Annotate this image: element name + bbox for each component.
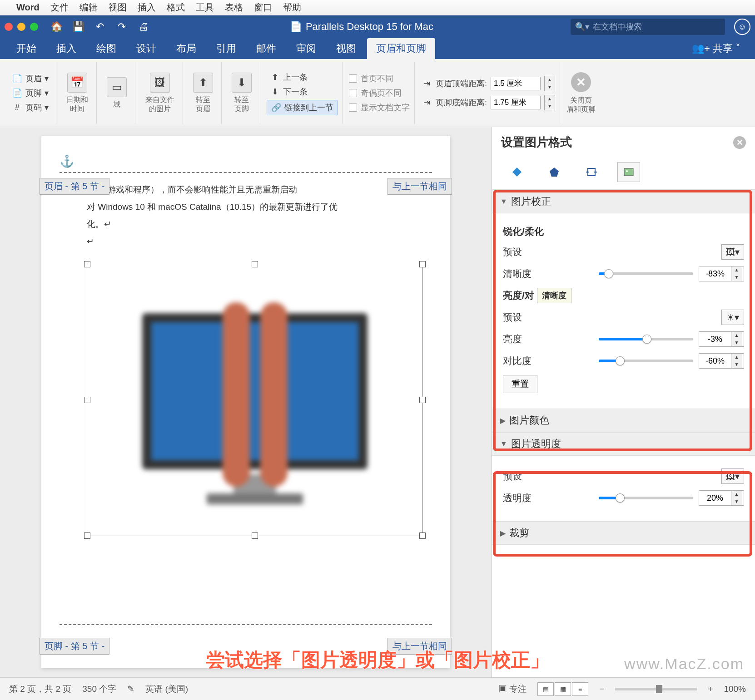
zoom-in[interactable]: +: [708, 684, 713, 694]
section-picture-transparency[interactable]: ▼ 图片透明度: [492, 432, 755, 456]
focus-mode[interactable]: ▣ 专注: [498, 683, 527, 695]
chevron-down-icon: ▼: [500, 197, 507, 206]
view-print-layout[interactable]: ▤: [537, 682, 554, 696]
next-button[interactable]: ⬇下一条: [267, 85, 310, 98]
tab-review[interactable]: 审阅: [287, 38, 325, 59]
document-search[interactable]: 🔍▾ 在文档中搜索: [571, 19, 725, 35]
window-minimize-button[interactable]: [17, 23, 25, 31]
menu-format[interactable]: 格式: [167, 1, 185, 14]
link-to-previous-button[interactable]: 🔗链接到上一节: [267, 100, 338, 115]
tab-header-footer[interactable]: 页眉和页脚: [367, 38, 435, 59]
section-crop[interactable]: ▶ 裁剪: [492, 521, 755, 545]
user-avatar[interactable]: ☺: [734, 19, 750, 35]
format-picture-panel: 设置图片格式 ✕ ▼ 图片校正 锐化/柔化 预设 🖼▾ 清晰度: [492, 127, 755, 677]
save-icon[interactable]: 💾: [69, 18, 87, 36]
close-header-footer-button[interactable]: ✕ 关闭页 眉和页脚: [566, 72, 596, 113]
goto-header-button[interactable]: ⬆转至 页眉: [189, 71, 217, 114]
view-web-layout[interactable]: ▦: [555, 682, 571, 696]
window-close-button[interactable]: [5, 23, 13, 31]
header-button[interactable]: 📄页眉 ▾: [9, 72, 51, 85]
reset-button[interactable]: 重置: [503, 375, 537, 393]
panel-tab-fill[interactable]: [506, 162, 528, 182]
word-count[interactable]: 350 个字: [82, 683, 116, 695]
menu-file[interactable]: 文件: [50, 1, 69, 14]
resize-handle[interactable]: [84, 397, 90, 403]
tab-view[interactable]: 视图: [327, 38, 365, 59]
header-top-label: 页眉顶端距离:: [436, 78, 487, 89]
menu-window[interactable]: 窗口: [254, 1, 272, 14]
tab-draw[interactable]: 绘图: [87, 38, 125, 59]
zoom-out[interactable]: −: [599, 684, 604, 694]
field-button[interactable]: ▭域: [103, 75, 130, 110]
tab-mailings[interactable]: 邮件: [247, 38, 285, 59]
sharpness-label: 清晰度: [503, 267, 531, 280]
different-odd-even-checkbox[interactable]: 奇偶页不同: [349, 87, 402, 99]
resize-handle[interactable]: [419, 532, 426, 539]
tab-design[interactable]: 设计: [127, 38, 165, 59]
tab-references[interactable]: 引用: [207, 38, 245, 59]
footer-button[interactable]: 📄页脚 ▾: [9, 87, 51, 99]
date-time-button[interactable]: 📅日期和 时间: [63, 71, 92, 114]
menu-edit[interactable]: 编辑: [79, 1, 98, 14]
brightness-preset-button[interactable]: ☀▾: [721, 310, 744, 325]
view-outline[interactable]: ≡: [572, 682, 588, 696]
panel-tab-picture[interactable]: [617, 162, 640, 182]
chevron-right-icon: ▶: [500, 529, 506, 537]
resize-handle[interactable]: [419, 261, 426, 267]
selected-image[interactable]: [87, 264, 423, 536]
section-picture-color[interactable]: ▶ 图片颜色: [492, 409, 755, 432]
contrast-label: 对比度: [503, 355, 531, 367]
menu-table[interactable]: 表格: [225, 1, 243, 14]
language-status[interactable]: 英语 (美国): [145, 683, 188, 695]
tab-home[interactable]: 开始: [7, 38, 45, 59]
spellcheck-icon[interactable]: ✎: [127, 684, 134, 694]
resize-handle[interactable]: [84, 261, 90, 267]
document-canvas[interactable]: ⚓ 页眉 - 第 5 节 - 与上一节相同 CAD 游戏和程序），而不会影响性能…: [0, 127, 492, 677]
resize-handle[interactable]: [252, 532, 258, 539]
resize-handle[interactable]: [252, 261, 258, 267]
resize-handle[interactable]: [84, 532, 90, 539]
window-titlebar: 🏠 💾 ↶ ↷ 🖨 📄 Parallels Desktop 15 for Mac…: [0, 15, 755, 38]
panel-close-button[interactable]: ✕: [733, 136, 746, 149]
tab-insert[interactable]: 插入: [47, 38, 85, 59]
tutorial-annotation: 尝试选择「图片透明度」或「图片校正」: [206, 647, 549, 673]
redo-icon[interactable]: ↷: [113, 18, 131, 36]
tab-layout[interactable]: 布局: [167, 38, 205, 59]
share-button[interactable]: 👥+ 共享 ˅: [685, 38, 748, 59]
page-number-button[interactable]: #页码 ▾: [9, 101, 51, 114]
print-icon[interactable]: 🖨: [134, 18, 153, 36]
transparency-value[interactable]: [699, 493, 731, 503]
footer-bottom-input[interactable]: [491, 96, 541, 109]
panel-tab-effects[interactable]: [543, 162, 566, 182]
menu-view[interactable]: 视图: [109, 1, 127, 14]
section-picture-correction[interactable]: ▼ 图片校正: [492, 190, 755, 213]
show-document-text-checkbox[interactable]: 显示文档文字: [349, 101, 410, 114]
sharpen-preset-button[interactable]: 🖼▾: [721, 244, 744, 260]
window-zoom-button[interactable]: [30, 23, 38, 31]
contrast-value[interactable]: [699, 356, 731, 366]
brightness-value[interactable]: [699, 335, 731, 344]
sharpness-slider[interactable]: [599, 272, 693, 275]
header-distance-icon: ⇥: [421, 78, 432, 89]
app-name[interactable]: Word: [16, 2, 40, 13]
panel-tab-size[interactable]: [580, 162, 603, 182]
zoom-level[interactable]: 100%: [724, 684, 746, 694]
different-first-page-checkbox[interactable]: 首页不同: [349, 72, 393, 85]
menu-insert[interactable]: 插入: [138, 1, 156, 14]
menu-tools[interactable]: 工具: [196, 1, 214, 14]
undo-icon[interactable]: ↶: [91, 18, 109, 36]
contrast-slider[interactable]: [599, 360, 693, 362]
goto-footer-button[interactable]: ⬇转至 页脚: [228, 71, 255, 114]
brightness-slider[interactable]: [599, 338, 693, 340]
page-info[interactable]: 第 2 页，共 2 页: [9, 683, 71, 695]
resize-handle[interactable]: [419, 397, 426, 403]
menu-help[interactable]: 帮助: [283, 1, 301, 14]
sharpness-value[interactable]: [699, 269, 731, 279]
header-top-input[interactable]: [491, 77, 541, 90]
previous-button[interactable]: ⬆上一条: [267, 71, 310, 84]
zoom-slider[interactable]: [615, 688, 697, 690]
transparency-slider[interactable]: [599, 497, 693, 499]
picture-from-file-button[interactable]: 🖼来自文件 的图片: [142, 71, 178, 114]
home-icon[interactable]: 🏠: [47, 18, 65, 36]
transparency-preset-button[interactable]: 🖼▾: [721, 468, 744, 484]
